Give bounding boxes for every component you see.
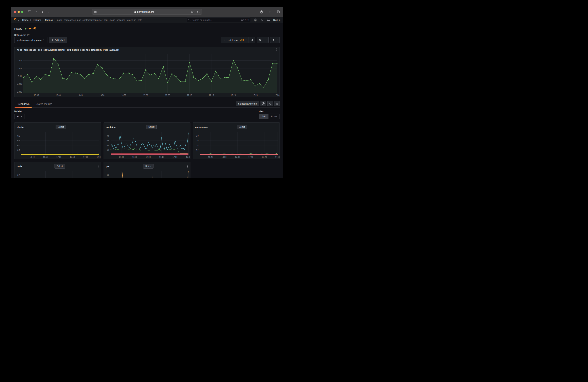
panel-title: container bbox=[106, 126, 117, 128]
new-tab-icon[interactable] bbox=[268, 10, 272, 14]
svg-text:17:00: 17:00 bbox=[57, 156, 62, 158]
share-metric-button[interactable] bbox=[267, 101, 273, 106]
address-bar[interactable]: play.grafana.org bbox=[92, 9, 202, 15]
zoom-window-button[interactable] bbox=[21, 11, 23, 13]
panel-menu-kebab-icon[interactable] bbox=[97, 164, 99, 168]
desktop-background: play.grafana.org bbox=[0, 0, 294, 191]
tab-bar: Breakdown Related metrics Select new met… bbox=[14, 101, 280, 108]
chevron-down-icon bbox=[276, 39, 278, 40]
reader-view-icon[interactable] bbox=[94, 10, 98, 14]
minimize-window-button[interactable] bbox=[18, 11, 20, 13]
svg-text:17:30: 17:30 bbox=[186, 156, 190, 158]
sidebar-toggle-icon[interactable] bbox=[27, 10, 31, 14]
metric-time-series-chart[interactable]: 16:3516:4016:4516:5016:5517:0017:0517:10… bbox=[15, 53, 279, 97]
back-button-icon[interactable] bbox=[40, 10, 44, 14]
org-switcher-chevron-icon[interactable] bbox=[18, 18, 19, 21]
history-step-dot[interactable] bbox=[25, 28, 26, 29]
explore-compass-button[interactable] bbox=[260, 101, 266, 106]
panel-menu-kebab-icon[interactable] bbox=[276, 125, 278, 129]
svg-text:0.8: 0.8 bbox=[17, 174, 20, 176]
svg-text:0.008: 0.008 bbox=[17, 83, 22, 85]
namespace-chart[interactable]: 16:4016:5017:0017:1017:2017:300.20.40.60… bbox=[193, 130, 279, 159]
pod-chart[interactable]: 16:4016:5017:0017:1017:2017:300.20.40.60… bbox=[104, 170, 190, 178]
select-label-button[interactable]: Select bbox=[143, 164, 153, 169]
search-input[interactable]: Search or jump to... ⌘+k bbox=[186, 18, 251, 22]
breadcrumb-metrics[interactable]: Metrics bbox=[45, 19, 53, 21]
close-window-button[interactable] bbox=[14, 11, 16, 13]
refresh-icon bbox=[259, 39, 261, 41]
breakdown-panel-namespace: namespace Select 16:4016:5017:0017:1017:… bbox=[193, 122, 280, 159]
traffic-lights bbox=[14, 11, 23, 13]
breadcrumb-explore[interactable]: Explore bbox=[33, 19, 41, 21]
refresh-button[interactable] bbox=[257, 37, 263, 43]
time-range-picker[interactable]: Last 1 hour UTC bbox=[221, 37, 249, 43]
breakdown-panel-node: node Select 16:4016:5017:0017:1017:2017:… bbox=[14, 162, 101, 178]
tab-group-chevron-icon[interactable] bbox=[34, 10, 38, 14]
history-step-dot[interactable] bbox=[29, 28, 31, 29]
favorite-star-button[interactable] bbox=[274, 101, 280, 106]
translate-icon[interactable] bbox=[191, 10, 195, 14]
view-grid-option[interactable]: Grid bbox=[259, 114, 269, 119]
svg-text:17:05: 17:05 bbox=[165, 94, 170, 96]
plus-icon bbox=[51, 39, 53, 41]
select-label-button[interactable]: Select bbox=[55, 164, 65, 169]
sign-in-link[interactable]: Sign in bbox=[273, 19, 280, 21]
add-label-button[interactable]: Add label bbox=[49, 37, 67, 43]
svg-text:17:10: 17:10 bbox=[159, 156, 164, 158]
breakdown-panel-cluster: cluster Select 16:4016:5017:0017:1017:20… bbox=[14, 122, 101, 159]
share-icon[interactable] bbox=[259, 10, 263, 14]
svg-text:16:40: 16:40 bbox=[119, 156, 124, 158]
svg-text:16:50: 16:50 bbox=[99, 94, 105, 96]
monitor-icon[interactable] bbox=[267, 18, 270, 22]
svg-text:0.8: 0.8 bbox=[107, 135, 109, 137]
tab-related-metrics[interactable]: Related metrics bbox=[32, 101, 55, 107]
svg-text:0.4: 0.4 bbox=[107, 144, 109, 147]
cluster-chart[interactable]: 16:4016:5017:0017:1017:2017:300.20.40.60… bbox=[15, 130, 101, 159]
view-rows-option[interactable]: Rows bbox=[269, 114, 279, 119]
reload-icon[interactable] bbox=[196, 10, 200, 14]
help-icon[interactable]: ? bbox=[254, 18, 257, 22]
history-current-step-dot[interactable] bbox=[34, 27, 36, 30]
history-trail bbox=[25, 27, 36, 30]
breakdown-panel-grid: cluster Select 16:4016:5017:0017:1017:20… bbox=[14, 122, 280, 178]
zoom-out-time-button[interactable] bbox=[249, 37, 255, 43]
panel-title: node_namespace_pod_container:container_c… bbox=[17, 48, 119, 51]
svg-text:i: i bbox=[28, 34, 29, 36]
forward-button-icon[interactable] bbox=[47, 10, 51, 14]
svg-text:16:50: 16:50 bbox=[222, 156, 227, 158]
panel-menu-kebab-icon[interactable] bbox=[187, 164, 189, 168]
select-label-button[interactable]: Select bbox=[56, 125, 66, 129]
svg-text:0.6: 0.6 bbox=[107, 139, 109, 142]
svg-text:17:15: 17:15 bbox=[209, 94, 214, 96]
refresh-group bbox=[257, 37, 269, 43]
svg-text:17:30: 17:30 bbox=[274, 94, 279, 96]
breadcrumb-separator-icon bbox=[55, 19, 56, 21]
by-label-select[interactable]: All bbox=[14, 114, 24, 119]
chevron-down-icon bbox=[265, 39, 267, 40]
select-label-button[interactable]: Select bbox=[146, 125, 157, 129]
news-rss-icon[interactable] bbox=[260, 18, 264, 22]
svg-text:?: ? bbox=[255, 19, 256, 21]
info-icon: i bbox=[27, 34, 29, 37]
svg-text:17:20: 17:20 bbox=[231, 94, 236, 96]
panel-menu-kebab-icon[interactable] bbox=[97, 125, 99, 129]
panel-menu-kebab-icon[interactable] bbox=[275, 48, 277, 52]
datasource-picker[interactable]: grafanacloud-play-prom bbox=[14, 37, 47, 43]
refresh-interval-dropdown[interactable] bbox=[263, 37, 269, 43]
container-chart[interactable]: 16:4016:5017:0017:1017:2017:300.20.40.60… bbox=[104, 130, 190, 159]
view-toggle: Grid Rows bbox=[259, 114, 280, 119]
svg-text:0.006: 0.006 bbox=[17, 91, 22, 93]
svg-text:16:55: 16:55 bbox=[121, 94, 126, 96]
panel-menu-kebab-icon[interactable] bbox=[187, 125, 189, 129]
grafana-logo-icon[interactable] bbox=[14, 18, 17, 22]
svg-text:16:40: 16:40 bbox=[56, 94, 61, 96]
tab-overview-icon[interactable] bbox=[276, 10, 280, 14]
tab-breakdown[interactable]: Breakdown bbox=[14, 101, 32, 107]
select-new-metric-button[interactable]: Select new metric bbox=[236, 101, 259, 106]
breadcrumb-home[interactable]: Home bbox=[22, 19, 29, 21]
svg-text:0.8: 0.8 bbox=[107, 174, 109, 176]
panel-title: cluster bbox=[17, 126, 24, 128]
select-label-button[interactable]: Select bbox=[237, 125, 247, 129]
settings-button[interactable] bbox=[270, 37, 279, 43]
node-chart[interactable]: 16:4016:5017:0017:1017:2017:300.20.40.60… bbox=[15, 170, 101, 178]
